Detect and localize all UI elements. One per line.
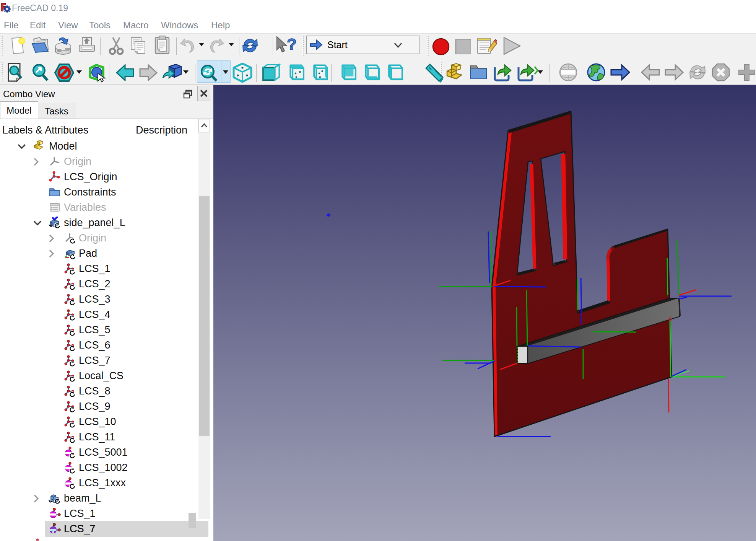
svg-text:?: ? [287,36,297,53]
